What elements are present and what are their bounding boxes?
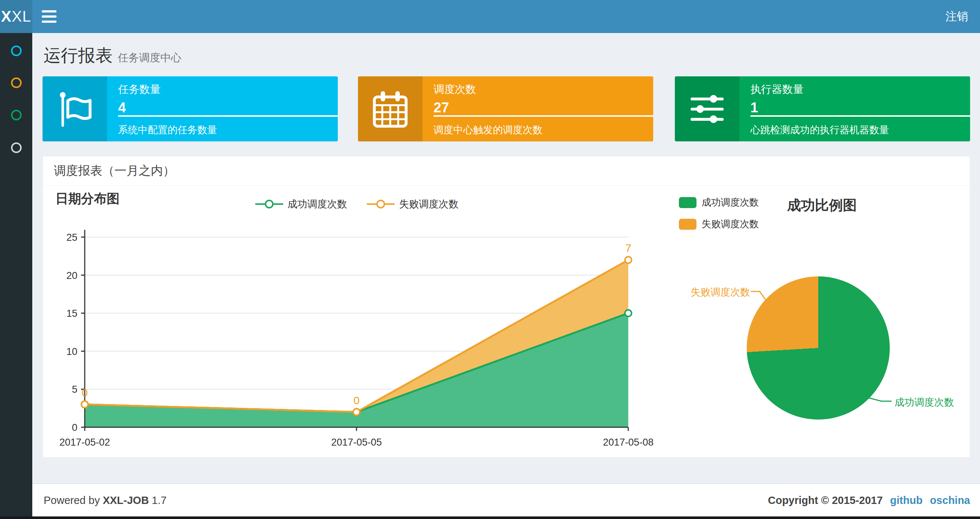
stat-description: 系统中配置的任务数量 [118,123,217,137]
calendar-icon [358,76,423,141]
failed-point [353,409,360,415]
point-label: 7 [625,242,632,254]
pie-label-failed: 失败调度次数 [690,286,750,299]
logout-button[interactable]: 注销 [934,0,980,33]
footer: Powered by XXL-JOB 1.7 Copyright © 2015-… [32,483,980,517]
y-tick-label: 0 [72,422,77,433]
pie-chart-title: 成功比例图 [787,196,857,215]
divider [434,115,653,117]
success-point [625,310,632,316]
line-chart-legend: 成功调度次数 失败调度次数 [85,198,628,211]
sidebar-item-4 circle-icon[interactable] [11,142,22,153]
legend-item-failed[interactable]: 失败调度次数 [366,198,458,211]
point-label: 0 [82,386,88,399]
stat-card-jobs: 任务数量 4 系统中配置的任务数量 [43,76,338,141]
sidebar-item-2 circle-icon[interactable] [11,77,22,88]
pie-chart [747,276,890,420]
pie-legend-failed[interactable]: 失败调度次数 [679,218,759,230]
app-root: XXL 注销 运行报表任务调度中心 任务数量 4 [0,0,980,519]
sidebar-item-1 circle-icon[interactable] [11,46,22,56]
brand-name: XXL-JOB [103,494,149,506]
page-title: 运行报表 [44,46,113,65]
pie-chart-block: 成功调度次数 失败调度次数 成功比例图 失败调度次数 成功调度次数 [675,186,970,457]
navbar: XXL 注销 [0,0,980,33]
sidebar-item-3 circle-icon[interactable] [11,110,22,120]
stat-title: 任务数量 [118,82,338,97]
y-tick-label: 5 [72,384,77,395]
stat-description: 心跳检测成功的执行器机器数量 [750,123,889,137]
legend-item-success[interactable]: 成功调度次数 [255,198,347,211]
app-logo[interactable]: XXL [0,0,32,33]
stat-card-executors: 执行器数量 1 心跳检测成功的执行器机器数量 [675,76,970,141]
failed-point [81,401,88,408]
stat-description: 调度中心触发的调度次数 [434,123,542,137]
flag-icon [43,76,107,141]
stat-value: 4 [118,100,338,116]
pie-legend-success[interactable]: 成功调度次数 [679,196,759,209]
sliders-icon [675,76,740,141]
logo-text: XL [12,8,31,26]
x-tick-label: 2017-05-05 [331,437,382,448]
divider [750,115,970,117]
legend-swatch [679,219,697,230]
github-link[interactable]: github [890,494,923,506]
footer-copyright: Copyright © 2015-2017 github oschina [768,484,970,517]
divider [118,115,338,117]
logo-text-bold: X [1,8,12,26]
stat-card-triggers: 调度次数 27 调度中心触发的调度次数 [358,76,653,141]
y-tick-label: 20 [66,270,77,281]
stat-value: 27 [434,100,653,116]
x-tick-label: 2017-05-08 [603,437,654,448]
stat-value: 1 [750,100,970,116]
sidebar [0,33,32,519]
oschina-link[interactable]: oschina [930,494,970,506]
line-chart: 05101520252017-05-022017-05-052017-05-08… [48,213,671,455]
pie-legend: 成功调度次数 失败调度次数 [679,196,759,239]
bottom-edge [0,516,980,519]
page-subtitle: 任务调度中心 [118,52,181,64]
stat-title: 执行器数量 [750,82,970,97]
hamburger-icon[interactable] [42,9,58,24]
y-tick-label: 15 [66,308,77,319]
footer-powered-by: Powered by XXL-JOB 1.7 [44,484,167,517]
pie-label-success: 成功调度次数 [894,396,954,409]
x-tick-label: 2017-05-02 [59,437,110,448]
panel-title: 调度报表（一月之内） [43,156,970,186]
y-tick-label: 10 [66,346,77,357]
report-panel: 调度报表（一月之内） 日期分布图 成功调度次数 失败调度次数 051015202… [43,156,970,458]
stat-title: 调度次数 [434,82,653,97]
point-label: 0 [353,394,360,406]
y-tick-label: 25 [66,232,77,243]
content-header: 运行报表任务调度中心 [44,44,181,67]
legend-swatch [679,197,697,208]
failed-point [625,257,632,263]
